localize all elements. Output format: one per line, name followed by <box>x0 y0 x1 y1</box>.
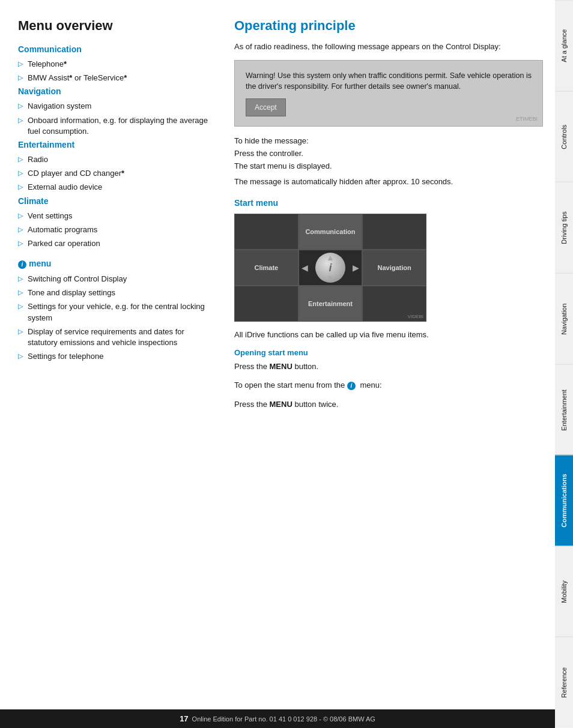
list-item: ▷ Telephone* <box>18 59 210 70</box>
all-functions-text: All iDrive functions can be called up vi… <box>234 329 543 341</box>
arrow-icon: ▷ <box>18 59 23 68</box>
sidebar-tab-at-a-glance[interactable]: At a glance <box>555 0 573 91</box>
left-column: Menu overview Communication ▷ Telephone*… <box>18 18 222 697</box>
section-entertainment: Entertainment ▷ Radio ▷ CD player and CD… <box>18 140 210 193</box>
sm-cell-bot-left <box>234 286 299 322</box>
sidebar-tab-entertainment[interactable]: Entertainment <box>555 364 573 456</box>
item-text: Parked car operation <box>28 238 100 249</box>
item-text: Settings for telephone <box>28 351 103 362</box>
arrow-icon: ▷ <box>18 211 23 220</box>
sm-cell-mid-left: Climate <box>234 250 299 286</box>
item-text: BMW Assist* or TeleService* <box>28 73 127 83</box>
watermark-text: ETIMEBI <box>516 115 538 124</box>
list-imenu: ▷ Switching off Control Display ▷ Tone a… <box>18 274 210 362</box>
footer-text: Online Edition for Part no. 01 41 0 012 … <box>192 715 375 723</box>
section-climate: Climate ▷ Vent settings ▷ Automatic prog… <box>18 196 210 250</box>
list-climate: ▷ Vent settings ▷ Automatic programs ▷ P… <box>18 211 210 250</box>
list-communication: ▷ Telephone* ▷ BMW Assist* or TeleServic… <box>18 59 210 83</box>
heading-entertainment: Entertainment <box>18 140 210 149</box>
instruction-line: The message is automatically hidden afte… <box>234 176 543 188</box>
arrow-icon: ▷ <box>18 155 23 164</box>
instruction-line: Press the controller. <box>234 148 543 160</box>
arrow-icon: ▷ <box>18 239 23 248</box>
sidebar-tab-controls[interactable]: Controls <box>555 91 573 182</box>
list-item: ▷ Automatic programs <box>18 224 210 235</box>
left-title: Menu overview <box>18 18 210 34</box>
opening-line-3: Press the MENU button twice. <box>234 399 543 411</box>
sm-cell-top-right <box>362 214 426 250</box>
footer: 17 Online Edition for Part no. 01 41 0 0… <box>0 709 555 728</box>
start-menu-heading: Start menu <box>234 198 543 208</box>
list-item: ▷ Navigation system <box>18 101 210 112</box>
list-item: ▷ External audio device <box>18 182 210 193</box>
item-text: Switching off Control Display <box>28 274 127 284</box>
opening-heading: Opening start menu <box>234 348 543 357</box>
right-title: Operating principle <box>234 18 543 34</box>
heading-imenu: imenu <box>18 259 210 269</box>
content-area: Menu overview Communication ▷ Telephone*… <box>0 0 555 709</box>
arrow-icon: ▷ <box>18 225 23 234</box>
sidebar-tab-communications[interactable]: Communications <box>555 455 573 546</box>
item-text: Radio <box>28 154 48 165</box>
sm-cell-center: i ◀ ▶ ▲ ▼ <box>299 250 363 286</box>
sidebar: At a glance Controls Driving tips Naviga… <box>555 0 573 728</box>
item-text: Tone and display settings <box>28 287 115 298</box>
sm-cell-top-center: Communication <box>299 214 363 250</box>
list-item: ▷ Onboard information, e.g. for displayi… <box>18 115 210 137</box>
right-column: Operating principle As of radio readines… <box>222 18 543 697</box>
arrow-icon: ▷ <box>18 73 23 82</box>
start-menu-diagram: Communication Climate i ◀ ▶ ▲ ▼ Navigati… <box>234 214 426 322</box>
item-text: Telephone* <box>28 59 67 70</box>
warning-text: Warning! Use this system only when traff… <box>246 71 532 91</box>
list-item: ▷ Display of service requirements and da… <box>18 326 210 348</box>
page-container: Menu overview Communication ▷ Telephone*… <box>0 0 573 728</box>
arrow-icon: ▷ <box>18 352 23 361</box>
heading-climate: Climate <box>18 196 210 206</box>
i-icon: i <box>18 260 26 269</box>
section-imenu: imenu ▷ Switching off Control Display ▷ … <box>18 259 210 362</box>
heading-communication: Communication <box>18 44 210 54</box>
list-item: ▷ Vent settings <box>18 211 210 221</box>
i-icon-inline: i <box>347 382 356 390</box>
list-item: ▷ Settings for telephone <box>18 351 210 362</box>
heading-navigation: Navigation <box>18 86 210 96</box>
arrow-icon: ▷ <box>18 302 23 311</box>
arrow-icon: ▷ <box>18 288 23 297</box>
sidebar-tab-reference[interactable]: Reference <box>555 637 573 728</box>
list-item: ▷ Tone and display settings <box>18 287 210 298</box>
page-number: 17 <box>180 714 188 723</box>
arrow-icon: ▷ <box>18 116 23 125</box>
item-text: CD player and CD changer* <box>28 168 124 179</box>
sidebar-tab-driving-tips[interactable]: Driving tips <box>555 182 573 273</box>
accept-bar: Accept <box>246 98 286 116</box>
item-text: Automatic programs <box>28 224 97 235</box>
list-item: ▷ Switching off Control Display <box>18 274 210 284</box>
opening-line-1: Press the MENU button. <box>234 361 543 373</box>
list-item: ▷ Radio <box>18 154 210 165</box>
sidebar-tab-mobility[interactable]: Mobility <box>555 546 573 637</box>
sidebar-tab-navigation[interactable]: Navigation <box>555 273 573 364</box>
instruction-block: To hide the message: Press the controlle… <box>234 135 543 188</box>
warning-box: Warning! Use this system only when traff… <box>234 60 543 127</box>
arrow-icon: ▷ <box>18 182 23 191</box>
sm-cell-bot-right: VIDEBI <box>362 286 426 322</box>
list-item: ▷ Parked car operation <box>18 238 210 249</box>
arrow-icon: ▷ <box>18 101 23 110</box>
section-navigation: Navigation ▷ Navigation system ▷ Onboard… <box>18 86 210 137</box>
intro-text: As of radio readiness, the following mes… <box>234 41 543 53</box>
item-text: External audio device <box>28 182 102 193</box>
item-text: Navigation system <box>28 101 91 112</box>
list-item: ▷ BMW Assist* or TeleService* <box>18 73 210 83</box>
menu-bold-2: MENU <box>270 400 293 409</box>
main-content: Menu overview Communication ▷ Telephone*… <box>0 0 555 728</box>
opening-line-2: To open the start menu from the i menu: <box>234 379 543 391</box>
arrow-icon: ▷ <box>18 274 23 283</box>
list-entertainment: ▷ Radio ▷ CD player and CD changer* ▷ Ex… <box>18 154 210 193</box>
sm-cell-bot-center: Entertainment <box>299 286 363 322</box>
item-text: Settings for your vehicle, e.g. for the … <box>28 301 210 323</box>
sm-cell-mid-right: Navigation <box>362 250 426 286</box>
arrow-icon: ▷ <box>18 327 23 336</box>
menu-bold-1: MENU <box>270 362 293 371</box>
instruction-line: The start menu is displayed. <box>234 160 543 173</box>
instruction-line: To hide the message: <box>234 135 543 148</box>
